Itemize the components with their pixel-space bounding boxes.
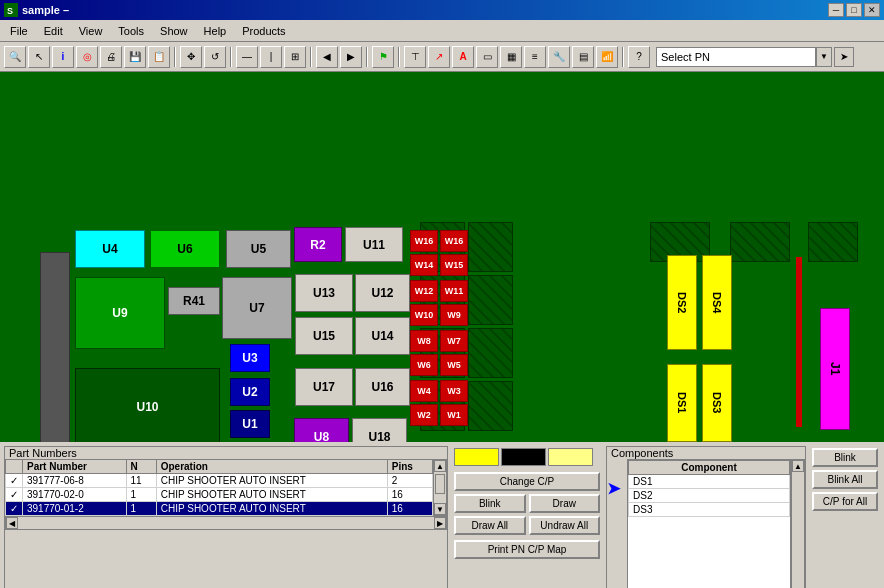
component-U15[interactable]: U15	[295, 317, 353, 355]
pn-row-2[interactable]: ✓ 391770-01-2 1 CHIP SHOOTER AUTO INSERT…	[6, 502, 433, 516]
draw-button[interactable]: Draw	[529, 494, 601, 513]
undraw-all-button[interactable]: Undraw All	[529, 516, 601, 535]
select-pn-dropdown[interactable]: ▼	[816, 47, 832, 67]
pn-scroll-down[interactable]: ▼	[434, 503, 446, 515]
component-R2[interactable]: R2	[294, 227, 342, 262]
maximize-button[interactable]: □	[846, 3, 862, 17]
menu-item-tools[interactable]: Tools	[110, 23, 152, 39]
color-yellow[interactable]	[454, 448, 499, 466]
component-U1[interactable]: U1	[230, 410, 270, 438]
W7[interactable]: W7	[440, 330, 468, 352]
comp-row-1[interactable]: DS2	[629, 489, 790, 503]
toolbar-btn-refresh[interactable]: ↺	[204, 46, 226, 68]
pn-row-1[interactable]: ✓ 391770-02-0 1 CHIP SHOOTER AUTO INSERT…	[6, 488, 433, 502]
component-U2[interactable]: U2	[230, 378, 270, 406]
component-J1[interactable]: J1	[820, 308, 850, 430]
W5[interactable]: W5	[440, 354, 468, 376]
W9[interactable]: W9	[440, 304, 468, 326]
component-U13[interactable]: U13	[295, 274, 353, 312]
W2[interactable]: W2	[410, 404, 438, 426]
toolbar-btn-a[interactable]: A	[452, 46, 474, 68]
toolbar-btn-line[interactable]: |	[260, 46, 282, 68]
component-U6[interactable]: U6	[150, 230, 220, 268]
component-U7[interactable]: U7	[222, 277, 292, 339]
component-U5[interactable]: U5	[226, 230, 291, 268]
menu-item-products[interactable]: Products	[234, 23, 293, 39]
W16a[interactable]: W16	[410, 230, 438, 252]
titlebar-buttons[interactable]: ─ □ ✕	[828, 3, 880, 17]
toolbar-btn-red-arrow[interactable]: ↗	[428, 46, 450, 68]
component-U14[interactable]: U14	[355, 317, 410, 355]
menu-item-help[interactable]: Help	[196, 23, 235, 39]
toolbar-btn-prev[interactable]: ◀	[316, 46, 338, 68]
toolbar-btn-copy[interactable]: 📋	[148, 46, 170, 68]
component-DS1[interactable]: DS1	[667, 364, 697, 442]
component-U11[interactable]: U11	[345, 227, 403, 262]
toolbar-btn-next[interactable]: ▶	[340, 46, 362, 68]
pn-row-0[interactable]: ✓ 391777-06-8 11 CHIP SHOOTER AUTO INSER…	[6, 474, 433, 488]
W10[interactable]: W10	[410, 304, 438, 326]
comp-row-2[interactable]: DS3	[629, 503, 790, 517]
W4[interactable]: W4	[410, 380, 438, 402]
component-U12[interactable]: U12	[355, 274, 410, 312]
select-pn-arrow-btn[interactable]: ➤	[834, 47, 854, 67]
pn-horiz-right[interactable]: ▶	[434, 517, 446, 529]
pn-horiz-left[interactable]: ◀	[6, 517, 18, 529]
toolbar-btn-signal[interactable]: 📶	[596, 46, 618, 68]
menu-item-show[interactable]: Show	[152, 23, 196, 39]
color-light-yellow[interactable]	[548, 448, 593, 466]
pn-scroll-thumb[interactable]	[435, 474, 445, 494]
minimize-button[interactable]: ─	[828, 3, 844, 17]
toolbar-btn-table[interactable]: ▦	[500, 46, 522, 68]
component-DS4[interactable]: DS4	[702, 255, 732, 350]
select-pn-input[interactable]	[656, 47, 816, 67]
component-U4[interactable]: U4	[75, 230, 145, 268]
component-U18[interactable]: U18	[352, 418, 407, 442]
toolbar-btn-print[interactable]: 🖨	[100, 46, 122, 68]
comp-scroll-up[interactable]: ▲	[792, 460, 804, 472]
blink-all-btn[interactable]: Blink All	[812, 470, 878, 489]
toolbar-btn-grid[interactable]: ⊞	[284, 46, 306, 68]
component-U3[interactable]: U3	[230, 344, 270, 372]
W8[interactable]: W8	[410, 330, 438, 352]
toolbar-btn-save[interactable]: 💾	[124, 46, 146, 68]
comp-row-0[interactable]: DS1	[629, 475, 790, 489]
toolbar-btn-wrench[interactable]: 🔧	[548, 46, 570, 68]
toolbar-btn-flag[interactable]: ⚑	[372, 46, 394, 68]
color-black[interactable]	[501, 448, 546, 466]
toolbar-btn-magnify[interactable]: 🔍	[4, 46, 26, 68]
component-R41[interactable]: R41	[168, 287, 220, 315]
W1[interactable]: W1	[440, 404, 468, 426]
W6[interactable]: W6	[410, 354, 438, 376]
cp-for-all-btn[interactable]: C/P for All	[812, 492, 878, 511]
close-button[interactable]: ✕	[864, 3, 880, 17]
toolbar-btn-cursor[interactable]: ↖	[28, 46, 50, 68]
toolbar-btn-help[interactable]: ?	[628, 46, 650, 68]
W12[interactable]: W12	[410, 280, 438, 302]
toolbar-btn-move[interactable]: ✥	[180, 46, 202, 68]
blink-button[interactable]: Blink	[454, 494, 526, 513]
draw-all-button[interactable]: Draw All	[454, 516, 526, 535]
toolbar-btn-chip[interactable]: ▤	[572, 46, 594, 68]
toolbar-btn-target[interactable]: ◎	[76, 46, 98, 68]
W15[interactable]: W15	[440, 254, 468, 276]
menu-item-edit[interactable]: Edit	[36, 23, 71, 39]
toolbar-btn-filter[interactable]: ⊤	[404, 46, 426, 68]
toolbar-btn-info[interactable]: i	[52, 46, 74, 68]
blink-btn[interactable]: Blink	[812, 448, 878, 467]
pn-scroll-up[interactable]: ▲	[434, 460, 446, 472]
toolbar-btn-rect[interactable]: ▭	[476, 46, 498, 68]
W3[interactable]: W3	[440, 380, 468, 402]
print-pn-cp-map-button[interactable]: Print PN C/P Map	[454, 540, 600, 559]
component-U16[interactable]: U16	[355, 368, 410, 406]
component-U17[interactable]: U17	[295, 368, 353, 406]
toolbar-btn-align[interactable]: ≡	[524, 46, 546, 68]
W11[interactable]: W11	[440, 280, 468, 302]
component-U10[interactable]: U10	[75, 368, 220, 442]
component-U9[interactable]: U9	[75, 277, 165, 349]
component-DS2[interactable]: DS2	[667, 255, 697, 350]
menu-item-view[interactable]: View	[71, 23, 111, 39]
menu-item-file[interactable]: File	[2, 23, 36, 39]
W14[interactable]: W14	[410, 254, 438, 276]
component-DS3[interactable]: DS3	[702, 364, 732, 442]
